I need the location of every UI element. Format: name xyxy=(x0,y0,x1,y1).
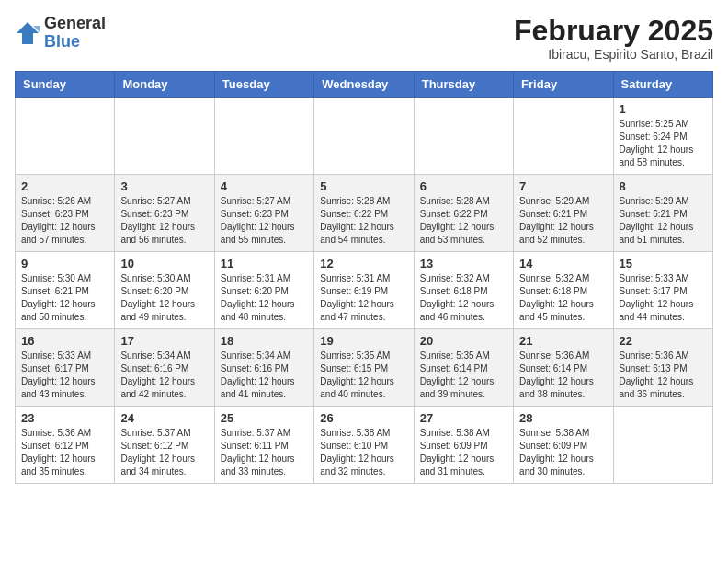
day-cell xyxy=(115,98,214,175)
header-tuesday: Tuesday xyxy=(214,72,313,98)
day-cell: 8Sunrise: 5:29 AM Sunset: 6:21 PM Daylig… xyxy=(613,175,712,252)
day-number: 16 xyxy=(21,334,108,348)
day-number: 21 xyxy=(519,334,607,348)
page-header: General Blue February 2025 Ibiracu, Espi… xyxy=(15,15,713,62)
day-info: Sunrise: 5:31 AM Sunset: 6:19 PM Dayligh… xyxy=(320,272,407,324)
day-cell: 6Sunrise: 5:28 AM Sunset: 6:22 PM Daylig… xyxy=(414,175,513,252)
header-saturday: Saturday xyxy=(613,72,712,98)
day-cell: 7Sunrise: 5:29 AM Sunset: 6:21 PM Daylig… xyxy=(514,175,613,252)
day-number: 8 xyxy=(620,179,707,193)
day-number: 14 xyxy=(519,257,607,270)
day-info: Sunrise: 5:32 AM Sunset: 6:18 PM Dayligh… xyxy=(420,272,507,324)
day-info: Sunrise: 5:29 AM Sunset: 6:21 PM Dayligh… xyxy=(519,195,607,247)
day-info: Sunrise: 5:38 AM Sunset: 6:09 PM Dayligh… xyxy=(420,427,507,478)
day-cell: 2Sunrise: 5:26 AM Sunset: 6:23 PM Daylig… xyxy=(16,175,115,252)
day-info: Sunrise: 5:28 AM Sunset: 6:22 PM Dayligh… xyxy=(420,195,507,247)
day-cell: 9Sunrise: 5:30 AM Sunset: 6:21 PM Daylig… xyxy=(16,252,115,329)
logo-general: General xyxy=(44,15,106,33)
day-info: Sunrise: 5:33 AM Sunset: 6:17 PM Dayligh… xyxy=(620,272,707,324)
header-thursday: Thursday xyxy=(414,72,513,98)
day-info: Sunrise: 5:36 AM Sunset: 6:12 PM Dayligh… xyxy=(21,427,108,478)
day-number: 5 xyxy=(320,179,407,193)
day-info: Sunrise: 5:29 AM Sunset: 6:21 PM Dayligh… xyxy=(620,195,707,247)
day-cell: 21Sunrise: 5:36 AM Sunset: 6:14 PM Dayli… xyxy=(514,329,613,407)
month-title: February 2025 xyxy=(514,15,713,47)
logo-blue: Blue xyxy=(44,33,106,52)
day-number: 7 xyxy=(519,179,607,193)
calendar-header: SundayMondayTuesdayWednesdayThursdayFrid… xyxy=(16,72,713,98)
day-number: 12 xyxy=(320,257,407,270)
day-cell: 10Sunrise: 5:30 AM Sunset: 6:20 PM Dayli… xyxy=(115,252,214,329)
day-cell: 24Sunrise: 5:37 AM Sunset: 6:12 PM Dayli… xyxy=(115,407,214,484)
day-info: Sunrise: 5:37 AM Sunset: 6:11 PM Dayligh… xyxy=(221,427,308,478)
day-cell: 3Sunrise: 5:27 AM Sunset: 6:23 PM Daylig… xyxy=(115,175,214,252)
day-number: 28 xyxy=(519,411,607,425)
day-number: 17 xyxy=(120,334,208,348)
day-number: 27 xyxy=(420,411,507,425)
day-info: Sunrise: 5:35 AM Sunset: 6:14 PM Dayligh… xyxy=(420,350,507,401)
header-friday: Friday xyxy=(514,72,613,98)
day-info: Sunrise: 5:33 AM Sunset: 6:17 PM Dayligh… xyxy=(21,350,108,401)
day-cell: 18Sunrise: 5:34 AM Sunset: 6:16 PM Dayli… xyxy=(214,329,313,407)
logo-icon xyxy=(15,20,40,46)
day-info: Sunrise: 5:38 AM Sunset: 6:10 PM Dayligh… xyxy=(320,427,407,478)
day-info: Sunrise: 5:32 AM Sunset: 6:18 PM Dayligh… xyxy=(519,272,607,324)
day-number: 23 xyxy=(21,411,108,425)
header-sunday: Sunday xyxy=(16,72,115,98)
week-row-2: 2Sunrise: 5:26 AM Sunset: 6:23 PM Daylig… xyxy=(16,175,713,252)
day-cell: 23Sunrise: 5:36 AM Sunset: 6:12 PM Dayli… xyxy=(16,407,115,484)
day-cell xyxy=(514,98,613,175)
day-info: Sunrise: 5:36 AM Sunset: 6:13 PM Dayligh… xyxy=(620,350,707,401)
logo-text: General Blue xyxy=(44,15,106,52)
day-info: Sunrise: 5:34 AM Sunset: 6:16 PM Dayligh… xyxy=(221,350,308,401)
svg-marker-0 xyxy=(17,22,39,44)
week-row-1: 1Sunrise: 5:25 AM Sunset: 6:24 PM Daylig… xyxy=(16,98,713,175)
day-number: 15 xyxy=(620,257,707,270)
day-number: 25 xyxy=(221,411,308,425)
day-number: 3 xyxy=(120,179,208,193)
logo: General Blue xyxy=(15,15,106,52)
day-number: 9 xyxy=(21,257,108,270)
day-info: Sunrise: 5:35 AM Sunset: 6:15 PM Dayligh… xyxy=(320,350,407,401)
day-cell: 25Sunrise: 5:37 AM Sunset: 6:11 PM Dayli… xyxy=(214,407,313,484)
day-info: Sunrise: 5:28 AM Sunset: 6:22 PM Dayligh… xyxy=(320,195,407,247)
day-cell: 20Sunrise: 5:35 AM Sunset: 6:14 PM Dayli… xyxy=(414,329,513,407)
day-number: 4 xyxy=(221,179,308,193)
day-cell: 4Sunrise: 5:27 AM Sunset: 6:23 PM Daylig… xyxy=(214,175,313,252)
day-info: Sunrise: 5:37 AM Sunset: 6:12 PM Dayligh… xyxy=(120,427,208,478)
day-cell: 27Sunrise: 5:38 AM Sunset: 6:09 PM Dayli… xyxy=(414,407,513,484)
day-info: Sunrise: 5:27 AM Sunset: 6:23 PM Dayligh… xyxy=(221,195,308,247)
day-cell xyxy=(613,407,712,484)
week-row-3: 9Sunrise: 5:30 AM Sunset: 6:21 PM Daylig… xyxy=(16,252,713,329)
day-info: Sunrise: 5:26 AM Sunset: 6:23 PM Dayligh… xyxy=(21,195,108,247)
day-cell: 5Sunrise: 5:28 AM Sunset: 6:22 PM Daylig… xyxy=(314,175,414,252)
day-cell: 16Sunrise: 5:33 AM Sunset: 6:17 PM Dayli… xyxy=(16,329,115,407)
day-info: Sunrise: 5:30 AM Sunset: 6:20 PM Dayligh… xyxy=(120,272,208,324)
day-number: 11 xyxy=(221,257,308,270)
day-cell: 15Sunrise: 5:33 AM Sunset: 6:17 PM Dayli… xyxy=(613,252,712,329)
day-number: 24 xyxy=(120,411,208,425)
day-cell: 28Sunrise: 5:38 AM Sunset: 6:09 PM Dayli… xyxy=(514,407,613,484)
day-cell: 13Sunrise: 5:32 AM Sunset: 6:18 PM Dayli… xyxy=(414,252,513,329)
calendar-table: SundayMondayTuesdayWednesdayThursdayFrid… xyxy=(15,71,713,484)
week-row-5: 23Sunrise: 5:36 AM Sunset: 6:12 PM Dayli… xyxy=(16,407,713,484)
day-number: 1 xyxy=(620,102,707,116)
location: Ibiracu, Espirito Santo, Brazil xyxy=(514,47,713,62)
day-number: 22 xyxy=(620,334,707,348)
day-info: Sunrise: 5:30 AM Sunset: 6:21 PM Dayligh… xyxy=(21,272,108,324)
day-number: 19 xyxy=(320,334,407,348)
title-area: February 2025 Ibiracu, Espirito Santo, B… xyxy=(514,15,713,62)
day-cell: 1Sunrise: 5:25 AM Sunset: 6:24 PM Daylig… xyxy=(613,98,712,175)
day-info: Sunrise: 5:34 AM Sunset: 6:16 PM Dayligh… xyxy=(120,350,208,401)
day-cell xyxy=(314,98,414,175)
day-cell: 26Sunrise: 5:38 AM Sunset: 6:10 PM Dayli… xyxy=(314,407,414,484)
header-wednesday: Wednesday xyxy=(314,72,414,98)
day-number: 13 xyxy=(420,257,507,270)
day-number: 6 xyxy=(420,179,507,193)
day-cell: 14Sunrise: 5:32 AM Sunset: 6:18 PM Dayli… xyxy=(514,252,613,329)
calendar-body: 1Sunrise: 5:25 AM Sunset: 6:24 PM Daylig… xyxy=(16,98,713,484)
day-cell xyxy=(16,98,115,175)
day-info: Sunrise: 5:25 AM Sunset: 6:24 PM Dayligh… xyxy=(620,118,707,169)
header-monday: Monday xyxy=(115,72,214,98)
day-cell: 12Sunrise: 5:31 AM Sunset: 6:19 PM Dayli… xyxy=(314,252,414,329)
